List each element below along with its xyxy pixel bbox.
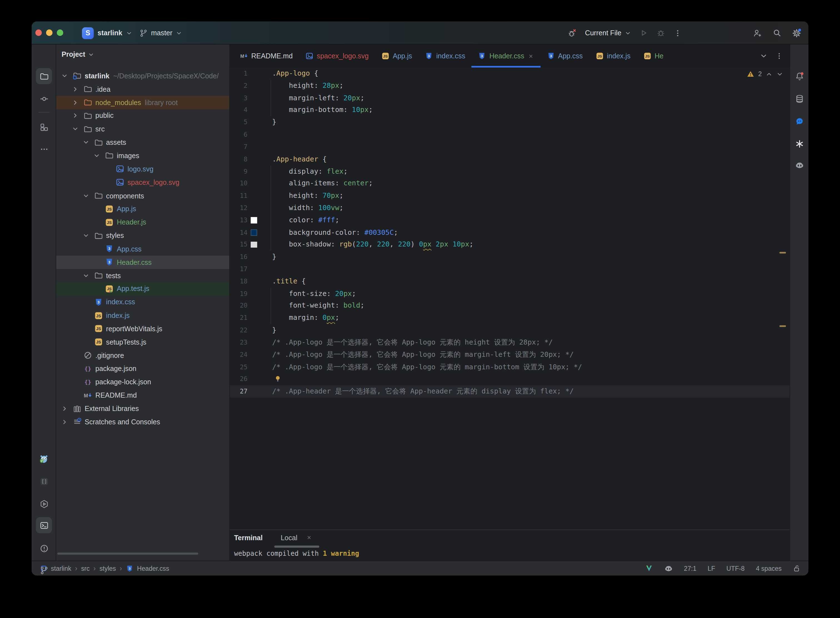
code-line-26[interactable]: 26 xyxy=(230,373,790,385)
code-line-9[interactable]: 9 display: flex; xyxy=(230,165,790,178)
tree-item-app-js[interactable]: JSApp.js xyxy=(56,202,229,215)
tree-item-package-lock-json[interactable]: {}package-lock.json xyxy=(56,376,229,389)
tree-item-components[interactable]: components xyxy=(56,189,229,202)
tree-item-scratches-and-consoles[interactable]: Scratches and Consoles xyxy=(56,415,229,429)
tool-button-go-plugin[interactable] xyxy=(36,451,52,467)
search-icon[interactable] xyxy=(773,28,782,37)
code-line-25[interactable]: 25/* .App-logo 是一个选择器, 它会将 App-logo 元素的 … xyxy=(230,361,790,373)
code-line-16[interactable]: 16} xyxy=(230,251,790,263)
project-panel-header[interactable]: Project xyxy=(62,50,95,58)
tool-button-notifications[interactable] xyxy=(792,68,807,84)
chevron-down-icon[interactable] xyxy=(83,272,94,279)
code-line-13[interactable]: 13 color: #fff; xyxy=(230,214,790,226)
tab-index-css[interactable]: 3index.css xyxy=(419,45,472,68)
tree-item-logo-svg[interactable]: logo.svg xyxy=(56,162,229,175)
tool-button-services[interactable] xyxy=(36,496,52,512)
code-line-4[interactable]: 4 margin-bottom: 10px; xyxy=(230,104,790,116)
close-icon[interactable] xyxy=(306,534,312,541)
tree-item-package-json[interactable]: {}package.json xyxy=(56,362,229,376)
horizontal-scrollbar[interactable] xyxy=(57,553,198,555)
tool-button-database[interactable] xyxy=(792,91,807,106)
code-line-22[interactable]: 22} xyxy=(230,324,790,337)
close-icon[interactable] xyxy=(527,53,534,59)
caret-position[interactable]: 27:1 xyxy=(684,565,696,572)
tree-item-header-js[interactable]: JSHeader.js xyxy=(56,215,229,229)
tab-app-js[interactable]: JSApp.js xyxy=(375,45,419,68)
settings-gear-icon[interactable] xyxy=(792,28,801,38)
tab-index-js[interactable]: JSindex.js xyxy=(589,45,637,68)
chevron-down-icon[interactable] xyxy=(72,126,83,132)
inspections-widget[interactable]: 2 xyxy=(747,70,783,78)
tree-item-starlink[interactable]: starlink~/Desktop/Projects/SpaceX/Code/ xyxy=(56,69,229,83)
code-line-7[interactable]: 7 xyxy=(230,141,790,153)
tool-button-openai[interactable] xyxy=(792,136,807,151)
chevron-down-icon[interactable] xyxy=(776,71,783,77)
run-configuration-selector[interactable]: Current File xyxy=(585,29,631,37)
line-ending[interactable]: LF xyxy=(708,565,715,572)
code-line-3[interactable]: 3 margin-left: 20px; xyxy=(230,92,790,104)
close-window-button[interactable] xyxy=(35,30,42,36)
v-plugin-icon[interactable] xyxy=(645,565,653,572)
more-tabs-icon[interactable] xyxy=(775,52,783,60)
tree-item-header-css[interactable]: 3Header.css xyxy=(56,256,229,269)
tab-readme-md[interactable]: MREADME.md xyxy=(234,45,299,68)
code-line-24[interactable]: 24/* .App-logo 是一个选择器, 它会将 App-logo 元素的 … xyxy=(230,349,790,361)
chevron-right-icon[interactable] xyxy=(72,86,83,92)
tree-item-assets[interactable]: assets xyxy=(56,135,229,149)
zoom-window-button[interactable] xyxy=(57,30,63,36)
lock-open-icon[interactable] xyxy=(793,565,801,572)
code-line-19[interactable]: 19 font-size: 20px; xyxy=(230,288,790,300)
tool-button-terminal[interactable] xyxy=(36,517,52,533)
code-line-14[interactable]: 14 background-color: #00305C; xyxy=(230,226,790,239)
tree-item-tests[interactable]: tests xyxy=(56,269,229,282)
tool-button-git-branch[interactable] xyxy=(36,562,52,575)
tool-button-more[interactable] xyxy=(36,141,52,157)
debug-disconnect-icon[interactable] xyxy=(567,28,577,38)
tree-item-styles[interactable]: styles xyxy=(56,229,229,242)
tool-button-problems[interactable] xyxy=(36,540,52,556)
chevron-right-icon[interactable] xyxy=(72,99,83,106)
code-line-21[interactable]: 21 margin: 0px; xyxy=(230,312,790,324)
chevron-down-icon[interactable] xyxy=(760,52,768,60)
code-editor[interactable]: 1.App-logo {2 height: 28px;3 margin-left… xyxy=(230,68,790,529)
tree-item-app-css[interactable]: 3App.css xyxy=(56,242,229,256)
breadcrumb-item[interactable]: styles xyxy=(99,565,116,572)
code-line-20[interactable]: 20 font-weight: bold; xyxy=(230,300,790,312)
code-line-15[interactable]: 15 box-shadow: rgb(220, 220, 220) 0px 2p… xyxy=(230,239,790,251)
branch-switcher[interactable]: master xyxy=(139,21,182,45)
chevron-down-icon[interactable] xyxy=(83,232,94,239)
debug-icon[interactable] xyxy=(656,28,665,37)
breadcrumb-item[interactable]: src xyxy=(81,565,90,572)
tree-item-external-libraries[interactable]: External Libraries xyxy=(56,402,229,415)
indent-setting[interactable]: 4 spaces xyxy=(756,565,782,572)
chevron-right-icon[interactable] xyxy=(61,419,73,425)
breadcrumb-item[interactable]: starlink xyxy=(51,565,71,572)
tree-item-public[interactable]: public xyxy=(56,109,229,123)
tab-spacex-logo-svg[interactable]: spacex_logo.svg xyxy=(299,45,375,68)
warning-stripe[interactable] xyxy=(779,325,786,327)
tree-item-index-css[interactable]: 3index.css xyxy=(56,296,229,309)
code-line-27[interactable]: 27/* .App-header 是一个选择器, 它会将 App-header … xyxy=(230,385,790,398)
tree-item-images[interactable]: images xyxy=(56,149,229,162)
color-swatch[interactable] xyxy=(251,217,257,223)
chevron-down-icon[interactable] xyxy=(61,72,73,79)
tree-item-setuptests-js[interactable]: JSsetupTests.js xyxy=(56,336,229,349)
tool-button-structure[interactable] xyxy=(36,119,52,135)
chevron-down-icon[interactable] xyxy=(93,152,105,159)
color-swatch[interactable] xyxy=(251,230,257,236)
code-line-12[interactable]: 12 width: 100vw; xyxy=(230,202,790,214)
code-line-1[interactable]: 1.App-logo { xyxy=(230,68,790,80)
code-line-18[interactable]: 18.title { xyxy=(230,275,790,288)
tree-item-src[interactable]: src xyxy=(56,122,229,135)
chevron-up-icon[interactable] xyxy=(766,71,773,77)
tree-item-index-js[interactable]: JSindex.js xyxy=(56,309,229,322)
code-line-17[interactable]: 17 xyxy=(230,263,790,275)
chevron-down-icon[interactable] xyxy=(83,139,94,146)
code-line-23[interactable]: 23/* .App-logo 是一个选择器, 它会将 App-logo 元素的 … xyxy=(230,337,790,349)
code-line-10[interactable]: 10 align-items: center; xyxy=(230,178,790,190)
color-swatch[interactable] xyxy=(251,242,257,248)
code-line-6[interactable]: 6 xyxy=(230,129,790,141)
tab-header-css[interactable]: 3Header.css xyxy=(472,45,540,68)
chevron-right-icon[interactable] xyxy=(61,405,73,412)
tab-app-css[interactable]: 3App.css xyxy=(540,45,589,68)
